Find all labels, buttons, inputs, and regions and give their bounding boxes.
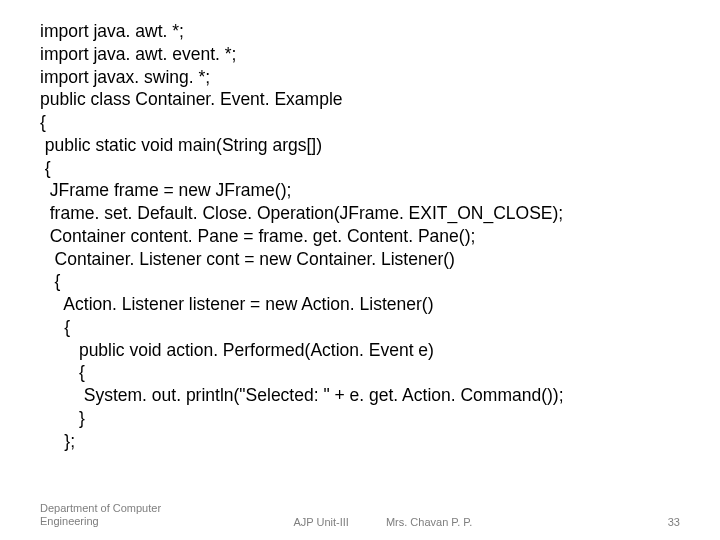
code-line: import javax. swing. *;: [40, 66, 680, 89]
code-line: System. out. println("Selected: " + e. g…: [40, 384, 680, 407]
footer-department: Department of Computer Engineering: [40, 502, 190, 528]
slide: import java. awt. *; import java. awt. e…: [0, 0, 720, 540]
code-line: import java. awt. event. *;: [40, 43, 680, 66]
code-line: public void action. Performed(Action. Ev…: [40, 339, 680, 362]
code-line: {: [40, 316, 680, 339]
code-line: frame. set. Default. Close. Operation(JF…: [40, 202, 680, 225]
code-block: import java. awt. *; import java. awt. e…: [40, 20, 680, 452]
code-line: Container content. Pane = frame. get. Co…: [40, 225, 680, 248]
code-line: {: [40, 361, 680, 384]
code-line: JFrame frame = new JFrame();: [40, 179, 680, 202]
code-line: {: [40, 157, 680, 180]
footer-page-number: 33: [668, 516, 680, 528]
code-line: };: [40, 430, 680, 453]
code-line: Action. Listener listener = new Action. …: [40, 293, 680, 316]
code-line: {: [40, 111, 680, 134]
footer-author: Mrs. Chavan P. P.: [386, 516, 472, 528]
code-line: {: [40, 270, 680, 293]
code-line: Container. Listener cont = new Container…: [40, 248, 680, 271]
code-line: import java. awt. *;: [40, 20, 680, 43]
code-line: }: [40, 407, 680, 430]
code-line: public class Container. Event. Example: [40, 88, 680, 111]
footer-unit: AJP Unit-III: [293, 516, 348, 528]
code-line: public static void main(String args[]): [40, 134, 680, 157]
